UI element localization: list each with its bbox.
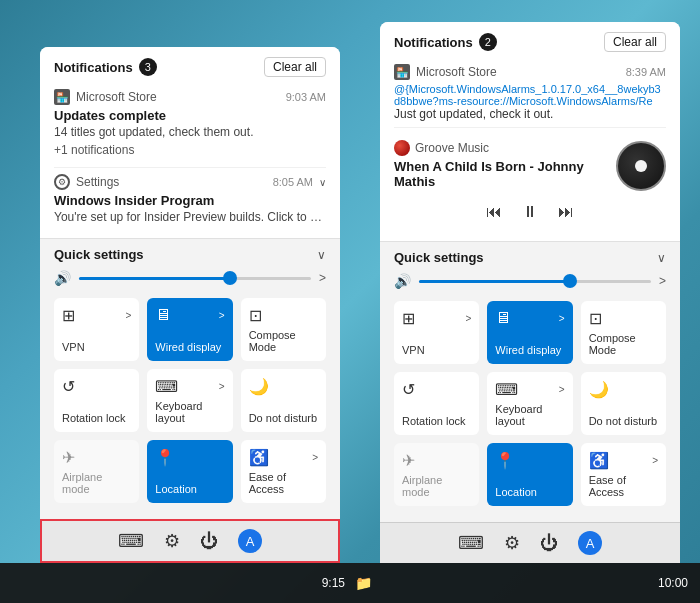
right-tile-vpn[interactable]: ⊞ > VPN xyxy=(394,301,479,364)
left-compose-label: Compose Mode xyxy=(249,329,318,353)
left-msstore-msg-title: Updates complete xyxy=(54,108,326,123)
left-tile-location[interactable]: 📍 Location xyxy=(147,440,232,503)
right-volume-slider[interactable] xyxy=(419,280,651,283)
left-notif-header: Notifications 3 Clear all xyxy=(54,57,326,77)
right-tile-ease-top: ♿ > xyxy=(589,451,658,470)
right-tile-keyboard[interactable]: ⌨ > Keyboard layout xyxy=(487,372,572,435)
left-tile-location-top: 📍 xyxy=(155,448,224,467)
right-music-prev[interactable]: ⏮ xyxy=(486,203,502,221)
right-avatar-bottom-icon[interactable]: A xyxy=(578,531,602,555)
left-notif-app-row-msstore: 🏪 Microsoft Store 9:03 AM xyxy=(54,89,326,105)
right-wired-label: Wired display xyxy=(495,344,561,356)
left-keyboard-label: Keyboard layout xyxy=(155,400,224,424)
right-tile-vpn-top: ⊞ > xyxy=(402,309,471,328)
right-keyboard-bottom-icon[interactable]: ⌨ xyxy=(458,532,484,554)
right-notifications-section: Notifications 2 Clear all 🏪 Microsoft St… xyxy=(380,22,680,242)
right-tile-dnd-top: 🌙 xyxy=(589,380,658,399)
left-avatar-bottom-icon[interactable]: A xyxy=(238,529,262,553)
left-tile-ease[interactable]: ♿ > Ease of Access xyxy=(241,440,326,503)
left-tile-wired-display[interactable]: 🖥 > Wired display xyxy=(147,298,232,361)
left-settings-notif-header: ⚙ Settings 8:05 AM ∨ xyxy=(54,174,326,190)
right-qs-header: Quick settings ∨ xyxy=(394,250,666,265)
left-rotation-label: Rotation lock xyxy=(62,412,126,424)
taskbar: 📁 9:15 10:00 xyxy=(0,563,700,603)
right-msstore-body-blue: @{Microsoft.WindowsAlarms_1.0.17.0_x64__… xyxy=(394,83,666,107)
right-tile-compose[interactable]: ⊡ Compose Mode xyxy=(581,301,666,364)
left-qs-header: Quick settings ∨ xyxy=(54,247,326,262)
right-keyboard-label: Keyboard layout xyxy=(495,403,564,427)
left-tile-keyboard[interactable]: ⌨ > Keyboard layout xyxy=(147,369,232,432)
left-tile-ease-top: ♿ > xyxy=(249,448,318,467)
right-tile-location-top: 📍 xyxy=(495,451,564,470)
right-music-notif: Groove Music When A Child Is Born - John… xyxy=(394,134,666,197)
left-settings-bottom-icon[interactable]: ⚙ xyxy=(164,530,180,552)
left-notif-badge: 3 xyxy=(139,58,157,76)
left-notif-title: Notifications xyxy=(54,60,133,75)
right-tile-ease[interactable]: ♿ > Ease of Access xyxy=(581,443,666,506)
left-vpn-icon: ⊞ xyxy=(62,306,75,325)
left-tile-vpn[interactable]: ⊞ > VPN xyxy=(54,298,139,361)
left-settings-name: Settings xyxy=(76,175,267,189)
right-notif-groove: Groove Music When A Child Is Born - John… xyxy=(394,128,666,233)
left-qs-chevron: ∨ xyxy=(317,248,326,262)
left-tile-airplane[interactable]: ✈ Airplane mode xyxy=(54,440,139,503)
right-tile-rotation-top: ↺ xyxy=(402,380,471,399)
right-volume-thumb xyxy=(563,274,577,288)
right-rotation-icon: ↺ xyxy=(402,380,415,399)
left-volume-slider[interactable] xyxy=(79,277,311,280)
right-airplane-icon: ✈ xyxy=(402,451,415,470)
right-tile-airplane[interactable]: ✈ Airplane mode xyxy=(394,443,479,506)
left-qs-title: Quick settings xyxy=(54,247,144,262)
taskbar-time-right: 10:00 xyxy=(658,576,688,590)
right-qs-title: Quick settings xyxy=(394,250,484,265)
left-tile-compose[interactable]: ⊡ Compose Mode xyxy=(241,298,326,361)
right-music-pause[interactable]: ⏸ xyxy=(522,203,538,221)
right-tile-wired-display[interactable]: 🖥 > Wired display xyxy=(487,301,572,364)
left-settings-time: 8:05 AM xyxy=(273,176,313,188)
right-keyboard-icon: ⌨ xyxy=(495,380,518,399)
left-keyboard-bottom-icon[interactable]: ⌨ xyxy=(118,530,144,552)
left-wired-icon: 🖥 xyxy=(155,306,171,324)
right-music-next[interactable]: ⏭ xyxy=(558,203,574,221)
right-power-bottom-icon[interactable]: ⏻ xyxy=(540,533,558,554)
right-music-app-row: Groove Music xyxy=(394,140,616,156)
right-tile-wired-top: 🖥 > xyxy=(495,309,564,327)
left-location-icon: 📍 xyxy=(155,448,175,467)
right-location-icon: 📍 xyxy=(495,451,515,470)
left-notif-item-msstore: 🏪 Microsoft Store 9:03 AM Updates comple… xyxy=(54,83,326,168)
right-ease-icon: ♿ xyxy=(589,451,609,470)
left-msstore-time: 9:03 AM xyxy=(286,91,326,103)
right-tile-keyboard-top: ⌨ > xyxy=(495,380,564,399)
left-airplane-icon: ✈ xyxy=(62,448,75,467)
right-dnd-icon: 🌙 xyxy=(589,380,609,399)
left-tile-rotation[interactable]: ↺ Rotation lock xyxy=(54,369,139,432)
right-tile-dnd[interactable]: 🌙 Do not disturb xyxy=(581,372,666,435)
left-vpn-label: VPN xyxy=(62,341,85,353)
left-volume-arrow: > xyxy=(319,271,326,285)
left-tile-dnd[interactable]: 🌙 Do not disturb xyxy=(241,369,326,432)
groove-icon-right xyxy=(394,140,410,156)
left-clear-all-button[interactable]: Clear all xyxy=(264,57,326,77)
right-rotation-label: Rotation lock xyxy=(402,415,466,427)
left-keyboard-icon: ⌨ xyxy=(155,377,178,396)
left-ease-icon: ♿ xyxy=(249,448,269,467)
left-wired-label: Wired display xyxy=(155,341,221,353)
left-dnd-label: Do not disturb xyxy=(249,412,317,424)
right-tile-rotation[interactable]: ↺ Rotation lock xyxy=(394,372,479,435)
left-dnd-icon: 🌙 xyxy=(249,377,269,396)
left-ease-label: Ease of Access xyxy=(249,471,318,495)
left-settings-msg-body: You're set up for Insider Preview builds… xyxy=(54,210,326,224)
left-volume-thumb xyxy=(223,271,237,285)
left-settings-msg-title: Windows Insider Program xyxy=(54,193,326,208)
left-compose-icon: ⊡ xyxy=(249,306,262,325)
right-wired-chevron: > xyxy=(559,313,565,324)
left-power-bottom-icon[interactable]: ⏻ xyxy=(200,531,218,552)
right-clear-all-button[interactable]: Clear all xyxy=(604,32,666,52)
taskbar-file-icon[interactable]: 📁 xyxy=(355,575,372,591)
right-settings-bottom-icon[interactable]: ⚙ xyxy=(504,532,520,554)
right-bottom-bar: ⌨ ⚙ ⏻ A xyxy=(380,522,680,563)
right-location-label: Location xyxy=(495,486,537,498)
right-vpn-label: VPN xyxy=(402,344,425,356)
right-tile-location[interactable]: 📍 Location xyxy=(487,443,572,506)
left-notif-plus: +1 notifications xyxy=(54,139,326,161)
